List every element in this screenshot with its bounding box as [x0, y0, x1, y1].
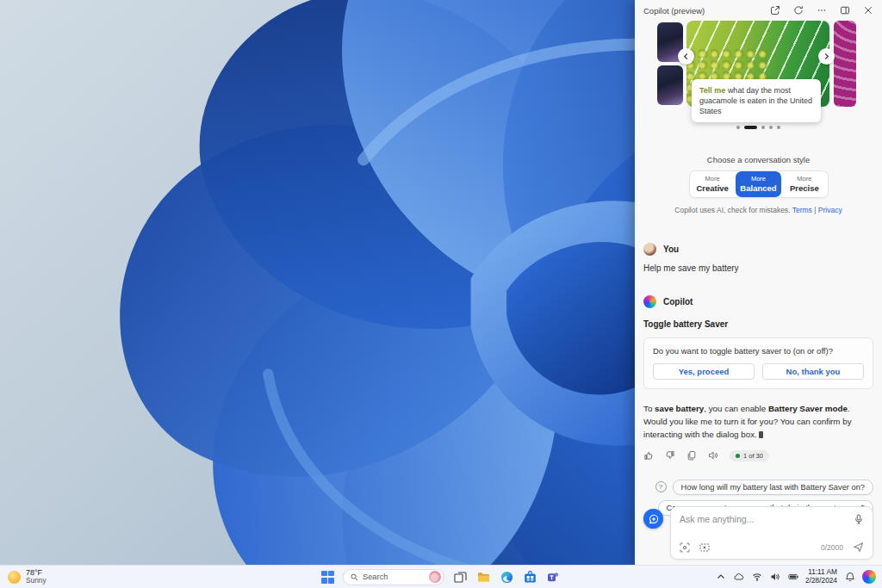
conversation-style-label: Choose a conversation style [635, 155, 882, 164]
carousel-prompt-highlight: Tell me [699, 86, 725, 95]
carousel-pagination [635, 126, 882, 129]
carousel-dot-5[interactable] [777, 126, 780, 129]
store-icon [523, 570, 537, 585]
carousel-next-thumbnail[interactable] [834, 21, 856, 107]
search-icon [351, 573, 358, 581]
carousel-dot-1[interactable] [736, 126, 740, 129]
conversation-style-section: Choose a conversation style More Creativ… [635, 155, 882, 214]
weather-condition: Sunny [26, 577, 47, 585]
battery-saver-dialog: Do you want to toggle battery saver to (… [643, 337, 873, 389]
teams-button[interactable] [546, 570, 561, 585]
add-image-icon[interactable] [680, 542, 690, 553]
user-message: Help me save my battery [643, 263, 873, 273]
new-topic-button[interactable] [643, 509, 663, 529]
dialog-question: Do you want to toggle battery saver to (… [653, 346, 864, 356]
carousel-thumbnail-city-2 [657, 65, 683, 105]
copilot-header: Copilot (preview) [635, 0, 882, 21]
carousel-dot-3[interactable] [761, 126, 765, 129]
carousel-next-button[interactable] [818, 48, 835, 65]
read-aloud-icon[interactable] [708, 450, 718, 461]
style-option-balanced[interactable]: More Balanced [736, 171, 781, 197]
clock-widget[interactable]: 11:11 AM 2/28/2024 [805, 568, 837, 585]
suggestion-row: ? How long will my battery last with Bat… [655, 480, 873, 495]
microsoft-store-button[interactable] [523, 570, 537, 585]
user-message-header: You [643, 243, 873, 256]
battery-icon[interactable] [787, 572, 798, 583]
green-dot-icon [736, 454, 740, 458]
ai-disclaimer: Copilot uses AI, check for mistakes. Ter… [635, 206, 882, 214]
taskbar: 78°F Sunny Search [0, 565, 882, 588]
weather-widget[interactable]: 78°F Sunny [8, 566, 47, 588]
thumbs-up-icon[interactable] [643, 450, 654, 461]
wifi-icon[interactable] [751, 572, 762, 583]
file-explorer-button[interactable] [476, 570, 491, 585]
volume-icon[interactable] [769, 572, 780, 583]
copilot-title: Copilot (preview) [643, 6, 705, 15]
copy-icon[interactable] [686, 450, 697, 461]
send-icon[interactable] [853, 542, 864, 553]
teams-icon [546, 570, 561, 585]
user-avatar [643, 243, 656, 256]
microphone-icon[interactable] [854, 514, 864, 524]
edge-browser-button[interactable] [500, 570, 514, 585]
input-toolbar: 0/2000 [680, 542, 864, 553]
thumbs-down-icon[interactable] [665, 450, 675, 461]
assistant-message: Copilot Toggle battery Saver Do you want… [643, 295, 873, 536]
copilot-panel: Copilot (preview) [635, 0, 882, 565]
assistant-heading: Toggle battery Saver [643, 319, 873, 329]
chat-input-area: 0/2000 [643, 506, 873, 560]
chevron-left-icon [682, 53, 690, 60]
assistant-name: Copilot [663, 297, 693, 306]
start-button[interactable] [321, 571, 334, 584]
close-icon[interactable] [863, 5, 873, 15]
file-explorer-icon [476, 570, 491, 585]
question-mark-icon: ? [655, 481, 667, 492]
search-box[interactable]: Search [343, 569, 444, 585]
copilot-header-actions [770, 5, 873, 15]
feedback-toolbar: 1 of 30 [643, 450, 873, 461]
style-option-precise[interactable]: More Precise [781, 171, 827, 197]
carousel-dot-2[interactable] [744, 126, 757, 129]
task-view-button[interactable] [453, 570, 468, 585]
conversation-style-group: More Creative More Balanced More Precise [689, 170, 829, 198]
copilot-taskbar-icon[interactable] [862, 570, 876, 584]
suggestion-carousel: Tell me what day the most guacamole is e… [635, 21, 882, 133]
style-option-creative[interactable]: More Creative [690, 171, 736, 197]
typing-cursor [759, 431, 763, 438]
carousel-prev-button[interactable] [678, 48, 694, 65]
search-highlight-image [429, 571, 441, 583]
carousel-dot-4[interactable] [769, 126, 773, 129]
carousel-thumbnail-magenta [834, 21, 856, 107]
response-counter-badge: 1 of 30 [730, 450, 769, 461]
edge-icon [500, 570, 514, 585]
tray-overflow-chevron-icon[interactable] [715, 572, 726, 583]
refresh-icon[interactable] [793, 5, 804, 15]
notifications-bell-icon[interactable] [844, 572, 855, 583]
clock-date: 2/28/2024 [805, 577, 837, 585]
character-counter: 0/2000 [821, 543, 843, 552]
onedrive-cloud-icon[interactable] [733, 572, 744, 583]
suggestion-chip-1[interactable]: How long will my battery last with Batte… [673, 480, 873, 495]
system-tray: 11:11 AM 2/28/2024 [715, 566, 876, 588]
yes-proceed-button[interactable]: Yes, proceed [653, 363, 755, 380]
chat-thread: You Help me save my battery Copilot Togg… [643, 243, 873, 536]
sun-icon [8, 571, 21, 584]
screen-capture-icon[interactable] [699, 542, 710, 553]
chat-input-card: 0/2000 [670, 506, 873, 560]
terms-link[interactable]: Terms [792, 206, 812, 214]
more-options-icon[interactable] [817, 5, 827, 15]
carousel-prev-thumbnails[interactable] [657, 22, 683, 105]
chevron-right-icon [823, 53, 830, 60]
dialog-buttons: Yes, proceed No, thank you [653, 363, 864, 380]
privacy-link[interactable]: Privacy [818, 206, 842, 214]
search-placeholder: Search [363, 573, 425, 581]
copilot-logo-icon [643, 295, 656, 308]
carousel-prompt-card[interactable]: Tell me what day the most guacamole is e… [692, 79, 821, 122]
assistant-message-header: Copilot [643, 295, 873, 308]
new-chat-icon [649, 514, 659, 524]
dock-sidebar-icon[interactable] [840, 5, 850, 15]
no-thank-you-button[interactable]: No, thank you [762, 363, 864, 380]
open-in-browser-icon[interactable] [770, 5, 780, 15]
ask-me-anything-input[interactable] [680, 514, 854, 524]
assistant-answer: To save battery, you can enable Battery … [643, 402, 873, 442]
